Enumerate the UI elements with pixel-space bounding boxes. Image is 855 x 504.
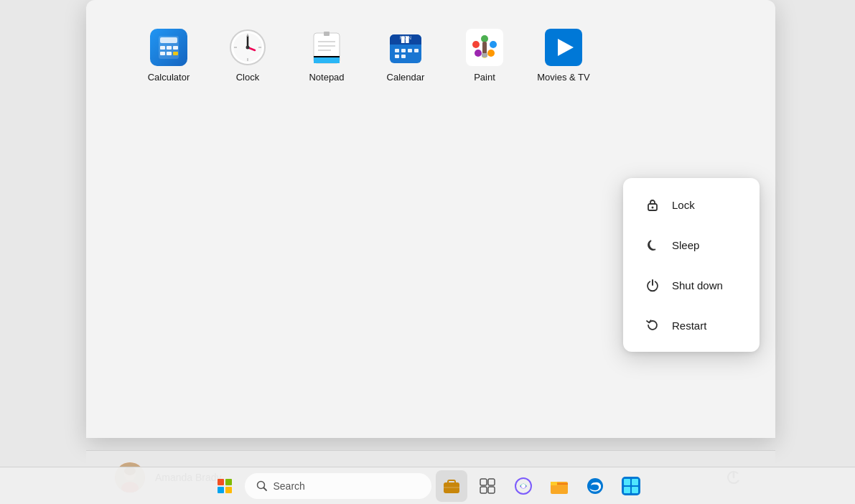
paint-icon: [466, 29, 503, 66]
taskbar: Search: [0, 467, 855, 504]
svg-rect-65: [488, 487, 495, 493]
taskbar-edge[interactable]: [579, 470, 611, 502]
svg-text:MON: MON: [400, 35, 411, 40]
power-menu-restart[interactable]: Restart: [627, 306, 755, 345]
taskbar-work-item[interactable]: [436, 470, 467, 502]
power-menu-sleep[interactable]: Sleep: [627, 225, 755, 264]
svg-point-67: [521, 484, 525, 488]
copilot-icon: [514, 477, 533, 495]
svg-rect-8: [173, 52, 178, 55]
restart-icon: [645, 317, 660, 333]
svg-rect-60: [448, 480, 455, 484]
svg-rect-64: [480, 487, 487, 493]
svg-point-56: [652, 207, 654, 209]
power-menu-shutdown[interactable]: Shut down: [627, 266, 755, 304]
svg-rect-35: [401, 55, 406, 58]
svg-point-43: [475, 50, 482, 57]
apps-grid: Calculator Clock: [86, 0, 775, 104]
svg-rect-2: [160, 37, 177, 43]
sleep-label: Sleep: [672, 239, 699, 251]
calculator-label: Calculator: [148, 72, 190, 83]
clock-icon: [229, 29, 266, 66]
movies-tv-label: Movies & TV: [537, 72, 589, 83]
notepad-icon: [308, 29, 345, 66]
svg-rect-73: [632, 479, 638, 485]
app-movies-tv[interactable]: Movies & TV: [524, 22, 603, 90]
svg-rect-45: [482, 42, 487, 55]
svg-rect-3: [160, 46, 165, 50]
shutdown-icon: [645, 277, 660, 293]
taskbar-copilot[interactable]: [508, 470, 539, 502]
calendar-label: Calendar: [387, 72, 425, 83]
app-calendar[interactable]: ▊▊ MON Calendar: [366, 22, 445, 90]
movies-tv-icon: [545, 29, 582, 66]
svg-rect-75: [632, 487, 638, 493]
svg-rect-34: [395, 55, 399, 58]
paint-label: Paint: [474, 72, 495, 83]
task-view-icon: [480, 478, 495, 494]
svg-rect-31: [401, 49, 406, 52]
taskbar-file-explorer[interactable]: [543, 470, 575, 502]
power-menu: Lock Sleep Shut down Restart: [623, 178, 760, 352]
svg-rect-46: [482, 53, 487, 57]
shutdown-label: Shut down: [672, 279, 723, 291]
svg-rect-30: [395, 49, 399, 52]
svg-rect-74: [624, 487, 630, 493]
svg-rect-32: [408, 49, 412, 52]
svg-rect-22: [314, 57, 340, 63]
clock-label: Clock: [236, 72, 260, 83]
lock-label: Lock: [672, 199, 695, 211]
svg-rect-4: [167, 46, 172, 50]
search-icon: [256, 480, 268, 492]
search-placeholder: Search: [274, 480, 305, 492]
svg-point-39: [472, 41, 480, 48]
sleep-icon: [645, 237, 660, 253]
taskbar-store[interactable]: [615, 470, 647, 502]
svg-rect-5: [173, 46, 178, 50]
file-explorer-icon: [550, 477, 569, 495]
svg-rect-6: [160, 52, 165, 55]
calculator-icon: [150, 29, 187, 66]
svg-point-42: [487, 50, 495, 57]
lock-icon: [645, 197, 660, 213]
restart-label: Restart: [672, 319, 706, 332]
svg-rect-63: [488, 479, 495, 485]
windows-logo: [218, 479, 232, 493]
taskbar-start-button[interactable]: [209, 470, 240, 502]
app-notepad[interactable]: Notepad: [287, 22, 366, 90]
app-clock[interactable]: Clock: [208, 22, 287, 90]
svg-rect-7: [167, 52, 172, 55]
app-calculator[interactable]: Calculator: [129, 22, 208, 90]
svg-rect-72: [624, 479, 630, 485]
svg-rect-62: [480, 479, 487, 485]
store-icon: [622, 477, 640, 495]
work-icon: [442, 477, 461, 495]
calendar-icon: ▊▊ MON: [387, 29, 424, 66]
svg-rect-33: [414, 49, 419, 52]
taskbar-search[interactable]: Search: [245, 473, 431, 499]
edge-icon: [586, 477, 604, 495]
svg-line-58: [263, 487, 266, 490]
notepad-label: Notepad: [309, 72, 344, 83]
svg-rect-26: [324, 32, 330, 36]
power-menu-lock[interactable]: Lock: [627, 185, 755, 224]
svg-point-13: [246, 46, 250, 50]
svg-point-40: [481, 35, 488, 42]
app-paint[interactable]: Paint: [445, 22, 524, 90]
svg-rect-69: [551, 482, 557, 485]
svg-point-41: [490, 41, 497, 48]
taskbar-task-view[interactable]: [472, 470, 503, 502]
